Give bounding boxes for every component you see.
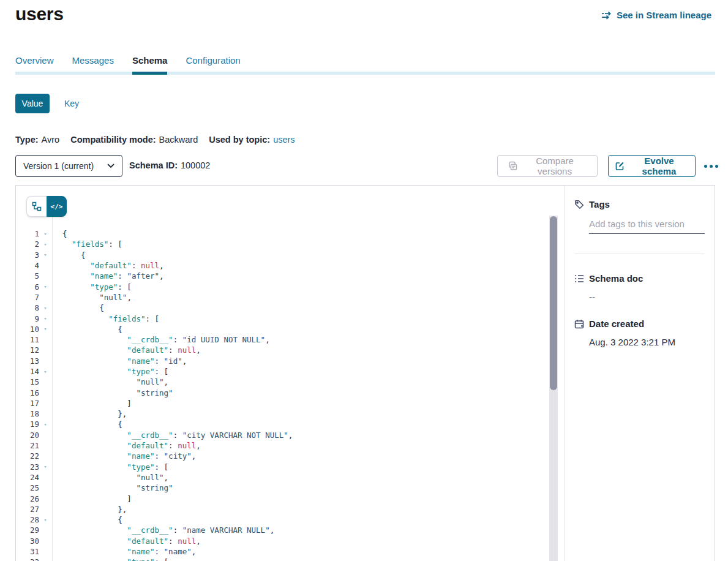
line-number: 30 — [16, 537, 39, 546]
tab-overview[interactable]: Overview — [15, 55, 54, 75]
line-number: 16 — [16, 388, 39, 397]
compatibility-mode: Compatibility mode:Backward — [70, 135, 198, 145]
fold-toggle-icon[interactable]: ▾ — [39, 315, 51, 322]
value-tab-button[interactable]: Value — [15, 94, 50, 113]
add-tags-input[interactable] — [589, 219, 705, 234]
fold-toggle-icon[interactable]: ▾ — [39, 464, 51, 470]
schema-sidebar: Tags Schema doc -- — [565, 186, 715, 561]
more-options-button[interactable] — [699, 160, 722, 172]
date-created-section-header: Date created — [574, 318, 715, 329]
code-line: 14▾ "type": [ — [16, 366, 549, 377]
calendar-plus-icon — [574, 319, 584, 329]
code-line: 21 "default": null, — [16, 440, 549, 451]
code-text: "string" — [51, 483, 173, 492]
version-select-value: Version 1 (current) — [23, 161, 107, 171]
code-text: { — [51, 515, 122, 524]
type-value: Avro — [42, 135, 60, 145]
compatibility-value: Backward — [159, 135, 198, 145]
code-text: { — [51, 325, 122, 334]
code-line: 2▾ "fields": [ — [16, 239, 549, 249]
line-number: 2 — [16, 239, 39, 249]
code-text: "name": "id", — [51, 356, 187, 366]
code-line: 15 "null", — [16, 377, 549, 387]
code-text: { — [51, 229, 67, 238]
evolve-schema-label: Evolve schema — [629, 156, 689, 176]
fold-toggle-icon[interactable]: ▾ — [39, 421, 51, 427]
code-line: 27 }, — [16, 504, 549, 514]
code-line: 20 "__crdb__": "city VARCHAR NOT NULL", — [16, 430, 549, 440]
tree-view-button[interactable] — [26, 196, 47, 217]
code-line: 31 "name": "name", — [16, 546, 549, 557]
code-line: 1▾{ — [16, 228, 549, 239]
schema-type: Type:Avro — [15, 135, 59, 145]
fold-toggle-icon[interactable]: ▾ — [39, 241, 51, 247]
code-view-button[interactable]: </> — [47, 196, 67, 217]
list-icon — [574, 274, 584, 284]
line-number: 22 — [16, 451, 39, 461]
tab-configuration[interactable]: Configuration — [186, 55, 240, 75]
code-line: 10▾ { — [16, 324, 549, 334]
line-number: 24 — [16, 473, 39, 482]
schema-controls-row: Version 1 (current) Schema ID:100002 Com… — [0, 155, 728, 177]
fold-toggle-icon[interactable]: ▾ — [39, 369, 51, 375]
line-number: 20 — [16, 431, 39, 440]
code-line: 7 "null", — [16, 292, 549, 303]
line-number: 10 — [16, 325, 39, 334]
tab-bar: OverviewMessagesSchemaConfiguration — [15, 55, 241, 75]
fold-toggle-icon[interactable]: ▾ — [39, 252, 51, 258]
code-text: "name": "name", — [51, 547, 196, 556]
used-by-topic: Used by topic:users — [209, 135, 295, 145]
code-line: 24 "null", — [16, 472, 549, 483]
copy-icon — [508, 161, 517, 171]
fold-toggle-icon[interactable]: ▾ — [39, 284, 51, 290]
schema-panel: </> 1▾{2▾ "fields": [3▾ {4 "default": nu… — [15, 185, 715, 561]
line-number: 29 — [16, 525, 39, 535]
code-text: "__crdb__": "name VARCHAR NULL", — [51, 525, 274, 535]
evolve-schema-button[interactable]: Evolve schema — [608, 155, 696, 177]
code-line: 19▾ { — [16, 419, 549, 429]
fold-toggle-icon[interactable]: ▾ — [39, 305, 51, 311]
code-line: 3▾ { — [16, 250, 549, 260]
code-line: 9▾ "fields": [ — [16, 313, 549, 323]
code-text: "null", — [51, 377, 168, 386]
schema-doc-section-header: Schema doc — [574, 273, 715, 284]
tags-section-divider — [574, 254, 705, 254]
code-text: "type": [ — [51, 282, 132, 292]
code-text: { — [51, 250, 86, 260]
code-line: 11 "__crdb__": "id UUID NOT NULL", — [16, 334, 549, 345]
code-text: "null", — [51, 293, 132, 302]
line-number: 32 — [16, 557, 39, 561]
tab-messages[interactable]: Messages — [72, 55, 114, 75]
code-text: { — [51, 303, 104, 312]
code-line: 8▾ { — [16, 303, 549, 313]
code-line: 16 "string" — [16, 387, 549, 397]
tab-schema[interactable]: Schema — [132, 55, 168, 75]
fold-toggle-icon[interactable]: ▾ — [39, 517, 51, 523]
fold-toggle-icon[interactable]: ▾ — [39, 231, 51, 237]
topic-link[interactable]: users — [273, 135, 295, 145]
code-view-icon: </> — [51, 203, 63, 211]
code-line: 4 "default": null, — [16, 260, 549, 271]
code-scrollbar-thumb[interactable] — [550, 216, 557, 390]
version-select[interactable]: Version 1 (current) — [15, 155, 122, 177]
code-line: 5 "name": "after", — [16, 271, 549, 281]
code-line: 29 "__crdb__": "name VARCHAR NULL", — [16, 525, 549, 535]
code-text: "default": null, — [51, 441, 201, 450]
code-text: "default": null, — [51, 345, 201, 355]
code-text: "fields": [ — [51, 239, 122, 249]
code-line: 23▾ "type": [ — [16, 462, 549, 472]
compare-versions-button[interactable]: Compare versions — [497, 155, 598, 177]
schema-page: users See in Stream lineage OverviewMess… — [0, 0, 728, 561]
fold-toggle-icon[interactable]: ▾ — [39, 326, 51, 332]
key-tab-link[interactable]: Key — [64, 99, 79, 108]
see-in-stream-lineage-link[interactable]: See in Stream lineage — [601, 10, 711, 20]
line-number: 19 — [16, 420, 39, 429]
code-text: "string" — [51, 388, 173, 397]
line-number: 13 — [16, 356, 39, 366]
code-text: "__crdb__": "city VARCHAR NOT NULL", — [51, 431, 293, 440]
used-by-topic-label: Used by topic: — [209, 135, 270, 145]
line-number: 11 — [16, 335, 39, 344]
code-line: 26 ] — [16, 493, 549, 503]
code-scrollbar-track[interactable] — [549, 216, 558, 561]
code-line: 6▾ "type": [ — [16, 281, 549, 292]
